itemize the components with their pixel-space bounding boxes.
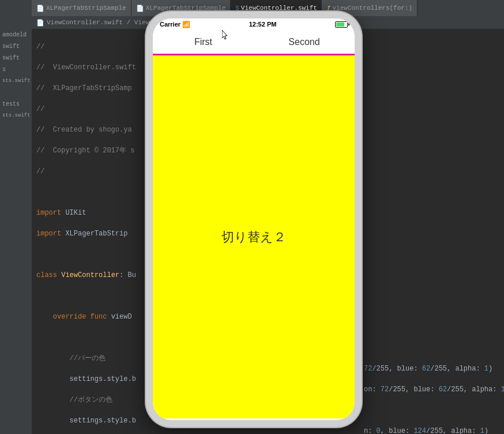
tab-icon: ƒ — [327, 5, 331, 12]
content-text: 切り替え２ — [221, 229, 286, 246]
file-item[interactable]: sts.swift — [0, 75, 32, 87]
tab-strip: First Second — [153, 30, 355, 55]
code-line: // — [36, 43, 44, 51]
tab-label: ViewController.swift — [241, 5, 317, 12]
tab-xlpager1[interactable]: 📄 XLPagerTabStripSample — [32, 0, 131, 16]
code-line: // ViewController.swift — [36, 63, 136, 72]
breadcrumb-icon: 📄 — [36, 19, 44, 27]
phone-content: 切り替え２ — [153, 55, 355, 418]
wifi-icon: 📶 — [182, 21, 190, 28]
tab-icon: 📄 — [136, 5, 144, 12]
code-line: // Created by shogo.ya — [36, 126, 132, 134]
second-tab-label: Second — [288, 37, 319, 47]
phone-inner: Carrier 📶 12:52 PM First Second 切り替え２ — [153, 18, 355, 420]
file-item[interactable]: swift — [0, 40, 32, 52]
time-label: 12:52 PM — [249, 21, 277, 28]
code-line: // — [36, 167, 44, 175]
code-editor-right: 72/255, blue: 62/255, alpha: 1) on: 72/2… — [359, 29, 504, 434]
first-tab-label: First — [194, 37, 212, 47]
file-item[interactable]: sts.swift — [0, 110, 32, 121]
tab-icon: 📄 — [36, 5, 44, 12]
file-item[interactable]: amodeld — [0, 29, 32, 40]
tab-label: viewControllers(for:) — [333, 5, 413, 12]
strip-tab-second[interactable]: Second — [254, 30, 355, 54]
file-item[interactable]: tests — [0, 98, 32, 110]
file-item[interactable] — [0, 87, 32, 98]
carrier-text: Carrier — [160, 21, 182, 28]
code-line: // — [36, 105, 44, 113]
tab-indicator — [153, 54, 254, 55]
status-bar: Carrier 📶 12:52 PM — [153, 18, 355, 30]
file-tree: amodeld swift swift s sts.swift tests st… — [0, 0, 32, 434]
battery-icon — [335, 21, 348, 28]
tab-label: XLPagerTabStripSample — [146, 5, 226, 12]
code-line: // XLPagerTabStripSamp — [36, 84, 132, 92]
carrier-label: Carrier 📶 — [160, 21, 190, 28]
tab-icon: S — [235, 5, 239, 12]
file-item[interactable]: s — [0, 63, 32, 75]
tab-label: XLPagerTabStripSample — [46, 5, 126, 12]
battery-area — [335, 21, 348, 28]
code-line: // Copyright © 2017年 s — [36, 147, 134, 155]
code-editor[interactable]: // // ViewController.swift // XLPagerTab… — [32, 29, 144, 434]
phone-frame: Carrier 📶 12:52 PM First Second 切り替え２ — [146, 12, 362, 427]
file-item[interactable]: swift — [0, 52, 32, 63]
battery-fill — [336, 23, 344, 27]
strip-tab-first[interactable]: First — [153, 30, 254, 54]
